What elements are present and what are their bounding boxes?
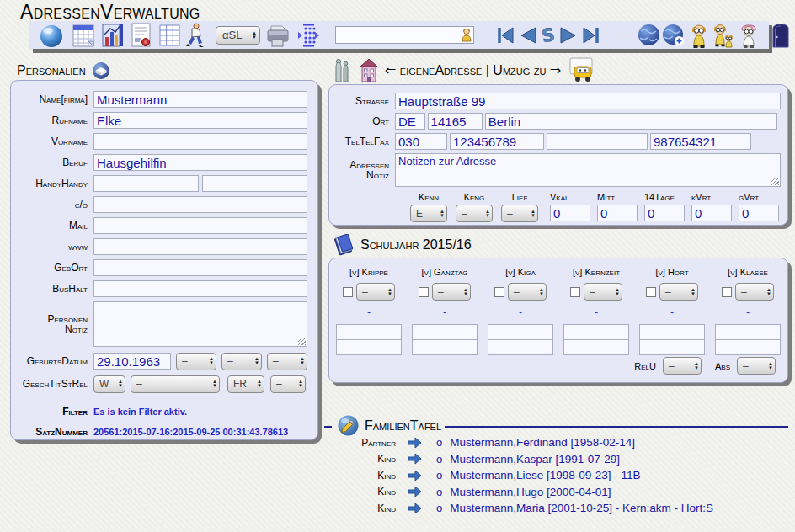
relu-stepper[interactable]: –▲▼ xyxy=(663,357,702,375)
stepper-arrows-icon[interactable]: ▲▼ xyxy=(766,288,771,296)
ganztag-checkbox[interactable] xyxy=(419,287,429,297)
stepper-arrows-icon[interactable]: ▲▼ xyxy=(387,288,392,296)
nav-next-icon[interactable] xyxy=(558,25,579,45)
globe-icon[interactable] xyxy=(638,24,660,46)
krippe-field-2[interactable] xyxy=(336,339,402,355)
gesch-stepper-4[interactable]: –▲▼ xyxy=(270,375,306,393)
goto-arrow-icon[interactable] xyxy=(408,437,422,449)
family-member-link[interactable]: Mustermann,Kaspar [1991-07-29] xyxy=(450,453,620,466)
gesch-stepper-3[interactable]: FR▲▼ xyxy=(227,375,264,393)
ganztag-field-1[interactable] xyxy=(412,324,478,340)
ganztag-field-2[interactable] xyxy=(412,339,478,355)
ganztag-stepper[interactable]: –▲▼ xyxy=(432,283,471,301)
hort-field-2[interactable] xyxy=(639,339,705,355)
family-member-link[interactable]: Mustermann,Maria [2001-10-25] - Kern:akm… xyxy=(450,502,713,514)
kiga-stepper[interactable]: –▲▼ xyxy=(508,283,547,301)
globe-sphere-icon[interactable] xyxy=(39,23,64,48)
geburtsdatum-input[interactable] xyxy=(93,353,171,370)
geb-stepper-3[interactable]: –▲▼ xyxy=(267,353,307,370)
nav-last-icon[interactable] xyxy=(580,25,600,45)
keng-stepper[interactable]: –▲▼ xyxy=(456,205,493,222)
tel1-input[interactable] xyxy=(395,133,447,150)
kvrt-input[interactable] xyxy=(691,205,732,221)
krippe-stepper[interactable]: –▲▼ xyxy=(356,283,395,301)
vorname-input[interactable] xyxy=(93,133,307,150)
stepper-arrows-icon[interactable]: ▲▼ xyxy=(694,362,699,370)
goto-arrow-icon[interactable] xyxy=(408,503,422,514)
resize-grip-icon[interactable] xyxy=(771,178,779,185)
resize-grip-icon[interactable] xyxy=(298,338,306,345)
family-member-link[interactable]: Mustermann,Ferdinand [1958-02-14] xyxy=(450,436,635,449)
refresh-icon[interactable]: S xyxy=(540,25,557,45)
stepper-arrows-icon[interactable]: ▲▼ xyxy=(300,357,305,365)
gesch-stepper-2[interactable]: –▲▼ xyxy=(131,375,220,393)
mitt-input[interactable] xyxy=(597,205,638,221)
person-memory-icon[interactable] xyxy=(739,23,758,48)
stepper-arrows-icon[interactable]: ▲▼ xyxy=(252,31,257,40)
parents-statue-icon[interactable] xyxy=(331,58,353,82)
moving-truck-icon[interactable] xyxy=(567,57,595,82)
klasse-field-1[interactable] xyxy=(715,324,781,340)
kiga-checkbox[interactable] xyxy=(494,287,504,297)
hort-stepper[interactable]: –▲▼ xyxy=(659,283,698,301)
kernzeit-stepper[interactable]: –▲▼ xyxy=(584,283,622,301)
stepper-arrows-icon[interactable]: ▲▼ xyxy=(257,380,262,388)
bushalt-input[interactable] xyxy=(93,280,307,297)
globe-add-icon[interactable] xyxy=(662,24,685,46)
house-icon[interactable] xyxy=(359,58,379,82)
handy1-input[interactable] xyxy=(93,175,199,192)
krippe-checkbox[interactable] xyxy=(343,287,353,297)
goto-arrow-icon[interactable] xyxy=(408,453,422,465)
ort-land-input[interactable] xyxy=(395,113,425,130)
geb-stepper-1[interactable]: –▲▼ xyxy=(176,353,216,370)
printer-icon[interactable] xyxy=(265,23,291,48)
rufname-input[interactable] xyxy=(93,112,307,129)
geb-stepper-2[interactable]: –▲▼ xyxy=(221,353,262,370)
certificate-icon[interactable] xyxy=(131,23,152,48)
co-input[interactable] xyxy=(93,196,307,213)
stepper-arrows-icon[interactable]: ▲▼ xyxy=(531,210,536,218)
beruf-input[interactable] xyxy=(93,154,307,171)
stepper-arrows-icon[interactable]: ▲▼ xyxy=(298,380,303,388)
ort-stadt-input[interactable] xyxy=(485,113,777,130)
distribute-arrows-icon[interactable] xyxy=(297,23,319,48)
kiga-field-2[interactable] xyxy=(488,339,553,355)
14tage-input[interactable] xyxy=(644,205,685,221)
gebort-input[interactable] xyxy=(93,259,307,276)
stepper-arrows-icon[interactable]: ▲▼ xyxy=(539,288,544,296)
lief-stepper[interactable]: –▲▼ xyxy=(501,205,538,222)
gesch-stepper-1[interactable]: W▲▼ xyxy=(93,375,125,393)
stepper-arrows-icon[interactable]: ▲▼ xyxy=(463,288,468,296)
mail-input[interactable] xyxy=(93,217,307,234)
vkal-input[interactable] xyxy=(550,205,590,221)
abs-stepper[interactable]: –▲▼ xyxy=(737,357,776,375)
familientafel-globe-icon[interactable] xyxy=(337,414,360,437)
klasse-field-2[interactable] xyxy=(715,339,781,355)
krippe-field-1[interactable] xyxy=(336,324,402,340)
calendar-icon[interactable] xyxy=(72,23,94,48)
strasse-input[interactable] xyxy=(395,93,781,109)
personalien-info-icon[interactable] xyxy=(92,61,110,80)
tel3-input[interactable] xyxy=(547,133,648,150)
kernzeit-checkbox[interactable] xyxy=(570,287,580,297)
stepper-arrows-icon[interactable]: ▲▼ xyxy=(485,210,490,218)
handy2-input[interactable] xyxy=(202,175,307,192)
stepper-arrows-icon[interactable]: ▲▼ xyxy=(768,362,773,370)
personen-notiz-textarea[interactable] xyxy=(93,301,307,347)
family-member-link[interactable]: Mustermann,Liese [1998-09-23] - 11B xyxy=(450,469,640,481)
hort-field-1[interactable] xyxy=(639,324,705,340)
kenn-stepper[interactable]: E▲▼ xyxy=(410,205,447,222)
goto-arrow-icon[interactable] xyxy=(408,486,422,497)
table-grid-icon[interactable] xyxy=(159,23,180,48)
gvrt-input[interactable] xyxy=(739,205,779,221)
family-icon[interactable] xyxy=(711,23,736,48)
nav-previous-icon[interactable] xyxy=(518,25,538,45)
klasse-stepper[interactable]: –▲▼ xyxy=(735,283,774,301)
adressen-notiz-textarea[interactable]: Notizen zur Adresse xyxy=(395,153,781,187)
person-icon[interactable] xyxy=(689,23,709,48)
stepper-arrows-icon[interactable]: ▲▼ xyxy=(254,357,259,365)
fax-input[interactable] xyxy=(650,133,751,150)
search-person-icon[interactable] xyxy=(461,28,472,42)
nav-first-icon[interactable] xyxy=(496,25,516,45)
stepper-arrows-icon[interactable]: ▲▼ xyxy=(691,288,696,296)
